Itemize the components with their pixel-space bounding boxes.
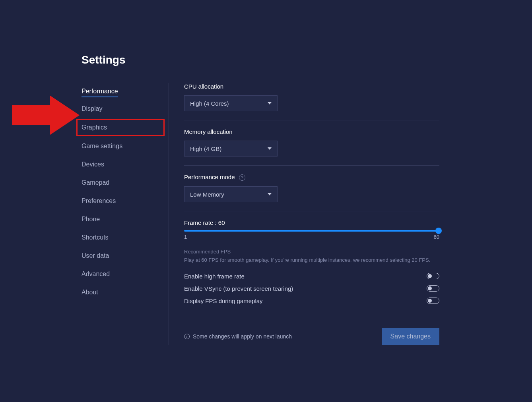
divider [184,211,439,211]
sidebar-item-display[interactable]: Display [82,102,161,116]
enable-high-frame-rate-label: Enable high frame rate [184,273,245,280]
sidebar-item-phone[interactable]: Phone [82,213,161,226]
sidebar-item-graphics[interactable]: Graphics [82,122,159,133]
cpu-allocation-value: High (4 Cores) [190,100,229,107]
toggle-knob [428,286,432,290]
sidebar-item-about[interactable]: About [82,286,161,299]
save-changes-button[interactable]: Save changes [382,328,439,345]
performance-mode-value: Low Memory [190,191,224,198]
frame-rate-label: Frame rate : 60 [184,219,439,226]
page-title: Settings [82,54,532,66]
highlight-box: Graphics [76,119,165,136]
chevron-down-icon [268,193,272,195]
sidebar-item-shortcuts[interactable]: Shortcuts [82,231,161,244]
memory-allocation-label: Memory allocation [184,128,439,135]
frame-rate-max: 60 [434,234,439,240]
recommended-fps-label: Recommended FPS [184,249,439,255]
frame-rate-min: 1 [184,234,187,240]
toggle-knob [428,299,432,303]
recommended-fps-body: Play at 60 FPS for smooth gameplay. If y… [184,256,439,264]
enable-high-frame-rate-toggle[interactable] [427,273,439,279]
notice-text: Some changes will apply on next launch [193,333,292,340]
chevron-down-icon [268,102,272,104]
help-icon[interactable]: ? [239,174,245,181]
sidebar-item-user-data[interactable]: User data [82,249,161,263]
sidebar-item-advanced[interactable]: Advanced [82,267,161,281]
frame-rate-slider[interactable] [184,230,439,232]
sidebar-item-game-settings[interactable]: Game settings [82,139,161,153]
cpu-allocation-label: CPU allocation [184,83,439,90]
display-fps-label: Display FPS during gameplay [184,298,263,304]
toggle-knob [428,274,432,278]
enable-vsync-toggle[interactable] [427,285,439,292]
divider [184,165,439,166]
performance-mode-select[interactable]: Low Memory [184,186,278,202]
memory-allocation-select[interactable]: High (4 GB) [184,141,278,157]
sidebar-item-devices[interactable]: Devices [82,158,161,171]
main-panel: CPU allocation High (4 Cores) Memory all… [169,83,439,345]
memory-allocation-value: High (4 GB) [190,145,221,152]
settings-sidebar: Performance Display Graphics Game settin… [82,83,169,345]
enable-vsync-label: Enable VSync (to prevent screen tearing) [184,285,293,292]
display-fps-toggle[interactable] [427,298,439,304]
sidebar-item-performance[interactable]: Performance [82,85,118,97]
performance-mode-label: Performance mode ? [184,174,439,181]
cpu-allocation-select[interactable]: High (4 Cores) [184,95,278,111]
divider [184,120,439,120]
chevron-down-icon [268,147,272,150]
sidebar-item-preferences[interactable]: Preferences [82,194,161,208]
frame-rate-range: 1 60 [184,234,439,240]
slider-thumb[interactable] [435,228,442,234]
info-icon: i [184,334,190,339]
sidebar-item-gamepad[interactable]: Gamepad [82,176,161,189]
